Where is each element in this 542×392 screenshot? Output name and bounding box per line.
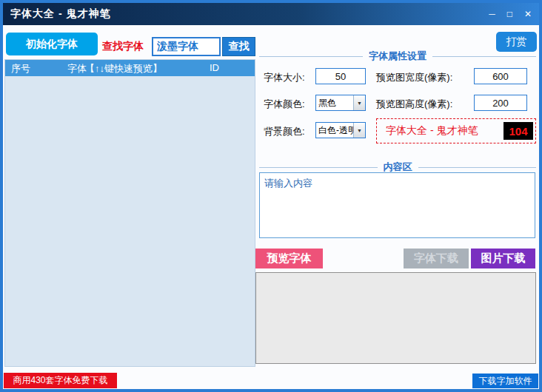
search-button[interactable]: 查找 <box>222 37 255 56</box>
window-controls: ─ □ ✕ <box>489 7 532 21</box>
column-index: 序号 <box>11 62 30 75</box>
minimize-icon[interactable]: ─ <box>489 7 495 21</box>
preview-width-label: 预览图宽度(像素): <box>376 71 452 84</box>
preview-width-input[interactable] <box>474 68 527 84</box>
preview-height-label: 预览图高度(像素): <box>376 98 452 111</box>
divider-line <box>259 167 378 168</box>
free-download-button[interactable]: 商用430套字体免费下载 <box>4 373 117 388</box>
window-title: 字体大全 - 鬼才神笔 <box>10 7 110 21</box>
font-download-button[interactable]: 字体下载 <box>404 249 469 268</box>
reward-button[interactable]: 打赏 <box>496 32 537 52</box>
column-hint: 【↑↓键快速预览】 <box>85 62 162 75</box>
divider-line <box>418 167 537 168</box>
image-download-button[interactable]: 图片下载 <box>471 249 535 268</box>
font-size-label: 字体大小: <box>264 71 305 84</box>
properties-section-title: 字体属性设置 <box>259 50 536 62</box>
font-list-header: 序号 字体 【↑↓键快速预览】 ID <box>5 60 255 76</box>
init-fonts-button[interactable]: 初始化字体 <box>6 33 98 55</box>
column-id: ID <box>210 62 219 73</box>
font-color-value: 黑色 <box>316 97 353 109</box>
content-textarea[interactable] <box>259 172 535 238</box>
chevron-down-icon[interactable]: ▼ <box>353 123 365 138</box>
chevron-down-icon[interactable]: ▼ <box>353 95 365 110</box>
close-icon[interactable]: ✕ <box>524 7 532 21</box>
maximize-icon[interactable]: □ <box>507 7 512 21</box>
preview-height-input[interactable] <box>474 95 527 111</box>
app-window: 字体大全 - 鬼才神笔 ─ □ ✕ 初始化字体 查找字体 查找 打赏 序号 字体… <box>0 0 542 392</box>
bg-color-label: 背景颜色: <box>264 125 305 138</box>
bg-color-value: 白色-透明 <box>316 124 353 137</box>
bg-color-dropdown[interactable]: 白色-透明 ▼ <box>315 122 366 138</box>
preview-font-button[interactable]: 预览字体 <box>255 249 323 268</box>
zijia-download-button[interactable]: 下载字加软件 <box>472 374 538 388</box>
titlebar[interactable]: 字体大全 - 鬼才神笔 ─ □ ✕ <box>3 3 539 25</box>
font-list-body[interactable] <box>5 76 255 366</box>
font-color-label: 字体颜色: <box>264 98 305 111</box>
preview-area <box>255 272 536 364</box>
column-font: 字体 <box>67 62 87 75</box>
divider-line <box>259 56 363 57</box>
content-section-title: 内容区 <box>259 161 536 173</box>
font-list: 序号 字体 【↑↓键快速预览】 ID <box>4 59 255 367</box>
brand-ad-box: 字体大全 - 鬼才神笔 104 <box>376 118 536 143</box>
properties-title-text: 字体属性设置 <box>363 50 432 63</box>
brand-text: 字体大全 - 鬼才神笔 <box>377 124 503 138</box>
counter-badge: 104 <box>503 122 533 140</box>
divider-line <box>432 56 536 57</box>
search-input[interactable] <box>152 37 221 56</box>
font-size-input[interactable] <box>315 68 366 84</box>
search-fonts-label: 查找字体 <box>102 40 144 53</box>
font-color-dropdown[interactable]: 黑色 ▼ <box>315 95 366 111</box>
